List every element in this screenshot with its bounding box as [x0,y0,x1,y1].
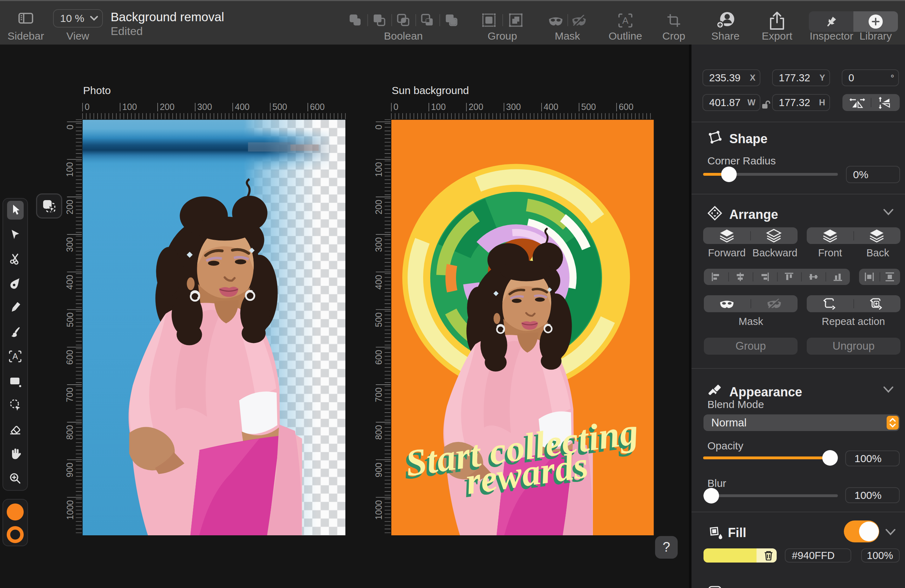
svg-text:600: 600 [65,350,75,365]
svg-text:0: 0 [85,102,90,112]
svg-text:400: 400 [544,102,559,112]
svg-text:100: 100 [122,102,137,112]
svg-text:400: 400 [235,102,249,112]
svg-text:600: 600 [374,350,384,365]
svg-text:700: 700 [65,388,75,402]
svg-text:700: 700 [374,388,384,402]
svg-text:200: 200 [65,200,75,215]
svg-text:500: 500 [374,313,384,327]
svg-text:A: A [13,352,18,361]
svg-text:800: 800 [65,425,75,440]
svg-text:A: A [622,15,629,26]
svg-text:200: 200 [160,102,175,112]
svg-text:400: 400 [65,275,75,289]
svg-text:200: 200 [468,102,483,112]
svg-text:300: 300 [197,102,212,112]
svg-text:600: 600 [310,102,325,112]
svg-text:100: 100 [65,162,75,177]
svg-text:400: 400 [374,275,384,289]
svg-text:900: 900 [374,462,384,477]
svg-text:0: 0 [394,102,399,112]
svg-text:1000: 1000 [374,500,384,520]
svg-text:200: 200 [374,200,384,215]
svg-text:1000: 1000 [65,500,75,520]
svg-text:500: 500 [581,102,596,112]
svg-text:Sun background: Sun background [392,84,469,96]
svg-text:600: 600 [619,102,634,112]
svg-text:500: 500 [65,313,75,327]
svg-text:100: 100 [431,102,446,112]
svg-text:300: 300 [506,102,521,112]
svg-text:800: 800 [374,425,384,440]
svg-text:900: 900 [65,462,75,477]
svg-text:0: 0 [374,125,384,130]
svg-text:100: 100 [374,162,384,177]
svg-text:500: 500 [273,102,287,112]
svg-text:300: 300 [374,237,384,252]
svg-text:300: 300 [65,237,75,252]
svg-text:0: 0 [65,125,75,130]
svg-text:Photo: Photo [83,84,111,96]
